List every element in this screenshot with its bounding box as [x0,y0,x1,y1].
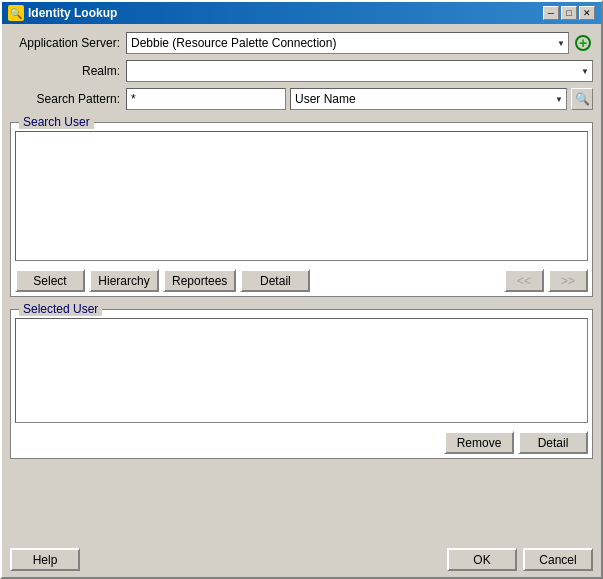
search-icon: 🔍 [575,92,590,106]
app-server-select-wrapper: Debbie (Resource Palette Connection) [126,32,569,54]
next-button[interactable]: >> [548,269,588,292]
selected-detail-button[interactable]: Detail [518,431,588,454]
detail-button[interactable]: Detail [240,269,310,292]
help-button[interactable]: Help [10,548,80,571]
search-user-group: Search User Select Hierarchy Reportees D… [10,122,593,297]
remove-button[interactable]: Remove [444,431,514,454]
search-type-select[interactable]: User Name Email Display Name [290,88,567,110]
bottom-right-buttons: OK Cancel [447,548,593,571]
hierarchy-button[interactable]: Hierarchy [89,269,159,292]
search-pattern-row: Search Pattern: User Name Email Display … [10,88,593,110]
app-server-control: Debbie (Resource Palette Connection) + [126,32,593,54]
realm-select[interactable] [126,60,593,82]
realm-control [126,60,593,82]
cancel-button[interactable]: Cancel [523,548,593,571]
title-bar-left: 🔍 Identity Lookup [8,5,117,21]
identity-lookup-window: 🔍 Identity Lookup ─ □ ✕ Application Serv… [0,0,603,579]
realm-select-wrapper [126,60,593,82]
selected-results-list[interactable] [15,318,588,423]
realm-label: Realm: [10,64,120,78]
close-button[interactable]: ✕ [579,6,595,20]
prev-button[interactable]: << [504,269,544,292]
dialog-content: Application Server: Debbie (Resource Pal… [2,24,601,542]
search-user-list [15,131,588,261]
search-type-select-wrapper: User Name Email Display Name [290,88,567,110]
select-button[interactable]: Select [15,269,85,292]
selected-user-group: Selected User Remove Detail [10,309,593,459]
window-title: Identity Lookup [28,6,117,20]
title-bar: 🔍 Identity Lookup ─ □ ✕ [2,2,601,24]
search-user-label: Search User [19,115,94,129]
search-results-list[interactable] [15,131,588,261]
search-user-buttons: Select Hierarchy Reportees Detail << >> [11,265,592,296]
minimize-button[interactable]: ─ [543,6,559,20]
selected-user-list [15,318,588,423]
app-server-row: Application Server: Debbie (Resource Pal… [10,32,593,54]
maximize-button[interactable]: □ [561,6,577,20]
window-icon: 🔍 [8,5,24,21]
selected-user-label: Selected User [19,302,102,316]
app-server-label: Application Server: [10,36,120,50]
selected-user-buttons: Remove Detail [11,427,592,458]
realm-row: Realm: [10,60,593,82]
ok-button[interactable]: OK [447,548,517,571]
search-pattern-input[interactable] [126,88,286,110]
app-server-select[interactable]: Debbie (Resource Palette Connection) [126,32,569,54]
plus-icon: + [575,35,591,51]
add-server-button[interactable]: + [573,33,593,53]
reportees-button[interactable]: Reportees [163,269,236,292]
bottom-bar: Help OK Cancel [2,542,601,577]
search-pattern-label: Search Pattern: [10,92,120,106]
search-button[interactable]: 🔍 [571,88,593,110]
search-pattern-control: User Name Email Display Name 🔍 [126,88,593,110]
title-bar-buttons: ─ □ ✕ [543,6,595,20]
